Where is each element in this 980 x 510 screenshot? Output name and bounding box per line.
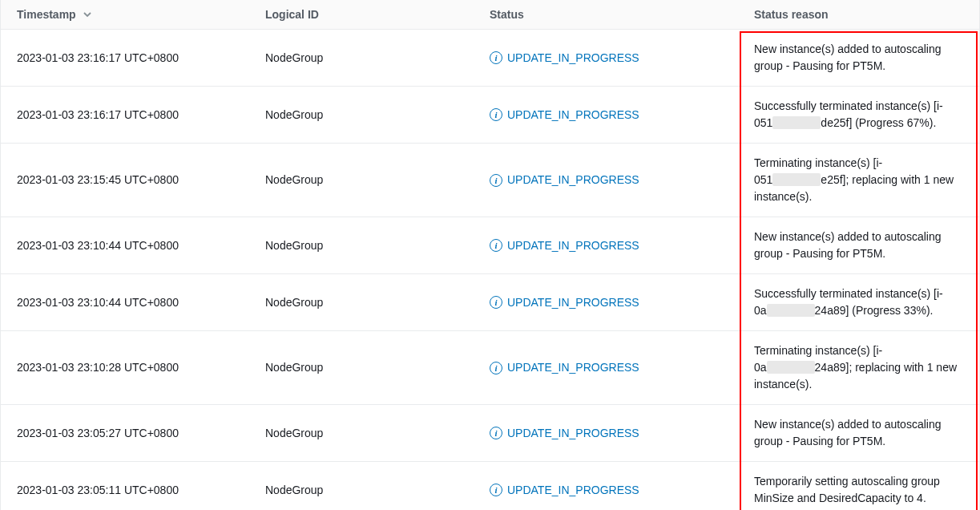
- table-row: 2023-01-03 23:16:17 UTC+0800NodeGroupiUP…: [1, 87, 979, 144]
- status-link[interactable]: iUPDATE_IN_PROGRESS: [490, 237, 639, 254]
- info-icon: i: [490, 239, 502, 252]
- header-status-reason-label: Status reason: [754, 8, 829, 21]
- cell-status-reason: New instance(s) added to autoscaling gro…: [738, 229, 979, 262]
- cell-timestamp: 2023-01-03 23:05:11 UTC+0800: [1, 482, 249, 499]
- events-table: Timestamp Logical ID Status Status reaso…: [0, 0, 980, 510]
- cell-status: iUPDATE_IN_PROGRESS: [474, 293, 738, 311]
- cell-logical-id: NodeGroup: [249, 50, 474, 67]
- header-logical-id-label: Logical ID: [265, 8, 319, 21]
- status-text: UPDATE_IN_PROGRESS: [507, 482, 639, 499]
- status-text: UPDATE_IN_PROGRESS: [507, 425, 639, 442]
- cell-logical-id: NodeGroup: [249, 359, 474, 376]
- info-icon: i: [490, 108, 502, 121]
- cell-status-reason: Successfully terminated instance(s) [i-0…: [738, 98, 979, 132]
- info-icon: i: [490, 174, 502, 187]
- status-text: UPDATE_IN_PROGRESS: [507, 359, 639, 376]
- table-row: 2023-01-03 23:15:45 UTC+0800NodeGroupiUP…: [1, 144, 979, 217]
- cell-status: iUPDATE_IN_PROGRESS: [474, 49, 738, 67]
- table-row: 2023-01-03 23:05:27 UTC+0800NodeGroupiUP…: [1, 405, 979, 462]
- table-body: CSDN @zhaojiew 2023-01-03 23:16:17 UTC+0…: [1, 30, 979, 510]
- status-text: UPDATE_IN_PROGRESS: [507, 294, 639, 311]
- info-icon: i: [490, 362, 502, 374]
- cell-status-reason: New instance(s) added to autoscaling gro…: [738, 41, 979, 75]
- cell-timestamp: 2023-01-03 23:16:17 UTC+0800: [1, 50, 249, 67]
- info-icon: i: [490, 484, 502, 496]
- table-header-row: Timestamp Logical ID Status Status reaso…: [1, 0, 979, 30]
- header-status[interactable]: Status: [474, 8, 738, 21]
- info-icon: i: [490, 296, 502, 309]
- header-timestamp-label: Timestamp: [17, 8, 76, 21]
- status-link[interactable]: iUPDATE_IN_PROGRESS: [490, 294, 639, 311]
- table-row: 2023-01-03 23:05:11 UTC+0800NodeGroupiUP…: [1, 462, 979, 510]
- redacted-text: xxxxxxxx: [767, 361, 815, 374]
- redacted-text: xxxxxxxx: [772, 173, 821, 186]
- cell-status-reason: Temporarily setting autoscaling group Mi…: [738, 473, 979, 507]
- cell-status-reason: Successfully terminated instance(s) [i-0…: [738, 285, 979, 319]
- cell-status: iUPDATE_IN_PROGRESS: [474, 237, 738, 254]
- table-row: 2023-01-03 23:10:44 UTC+0800NodeGroupiUP…: [1, 274, 979, 331]
- cell-logical-id: NodeGroup: [249, 237, 474, 254]
- status-link[interactable]: iUPDATE_IN_PROGRESS: [490, 107, 639, 123]
- cell-timestamp: 2023-01-03 23:10:44 UTC+0800: [1, 237, 249, 254]
- cell-status-reason: New instance(s) added to autoscaling gro…: [738, 416, 979, 450]
- status-link[interactable]: iUPDATE_IN_PROGRESS: [490, 359, 639, 376]
- header-status-label: Status: [490, 8, 524, 21]
- cell-status: iUPDATE_IN_PROGRESS: [474, 106, 738, 123]
- status-text: UPDATE_IN_PROGRESS: [507, 237, 639, 254]
- cell-timestamp: 2023-01-03 23:15:45 UTC+0800: [1, 172, 249, 188]
- cell-logical-id: NodeGroup: [249, 294, 474, 311]
- cell-status-reason: Terminating instance(s) [i-051xxxxxxxxe2…: [738, 155, 979, 205]
- cell-logical-id: NodeGroup: [249, 107, 474, 123]
- cell-timestamp: 2023-01-03 23:16:17 UTC+0800: [1, 107, 249, 123]
- cell-status: iUPDATE_IN_PROGRESS: [474, 172, 738, 189]
- status-text: UPDATE_IN_PROGRESS: [507, 172, 639, 188]
- status-text: UPDATE_IN_PROGRESS: [507, 50, 639, 67]
- sort-descending-icon[interactable]: [83, 10, 92, 19]
- status-link[interactable]: iUPDATE_IN_PROGRESS: [490, 172, 639, 188]
- table-row: 2023-01-03 23:10:44 UTC+0800NodeGroupiUP…: [1, 217, 979, 274]
- info-icon: i: [490, 427, 502, 439]
- cell-timestamp: 2023-01-03 23:10:44 UTC+0800: [1, 294, 249, 311]
- redacted-text: xxxxxxxx: [772, 116, 821, 129]
- status-link[interactable]: iUPDATE_IN_PROGRESS: [490, 482, 639, 499]
- cell-status-reason: Terminating instance(s) [i-0axxxxxxxx24a…: [738, 342, 979, 393]
- status-text: UPDATE_IN_PROGRESS: [507, 107, 639, 123]
- cell-logical-id: NodeGroup: [249, 425, 474, 442]
- redacted-text: xxxxxxxx: [767, 304, 815, 317]
- header-timestamp[interactable]: Timestamp: [1, 8, 249, 21]
- info-icon: i: [490, 51, 502, 64]
- status-link[interactable]: iUPDATE_IN_PROGRESS: [490, 425, 639, 442]
- cell-status: iUPDATE_IN_PROGRESS: [474, 359, 738, 377]
- table-row: 2023-01-03 23:16:17 UTC+0800NodeGroupiUP…: [1, 30, 979, 87]
- cell-status: iUPDATE_IN_PROGRESS: [474, 424, 738, 442]
- cell-logical-id: NodeGroup: [249, 172, 474, 188]
- header-status-reason[interactable]: Status reason: [738, 8, 979, 21]
- cell-status: iUPDATE_IN_PROGRESS: [474, 481, 738, 499]
- cell-timestamp: 2023-01-03 23:05:27 UTC+0800: [1, 425, 249, 442]
- status-link[interactable]: iUPDATE_IN_PROGRESS: [490, 50, 639, 67]
- cell-logical-id: NodeGroup: [249, 482, 474, 499]
- header-logical-id[interactable]: Logical ID: [249, 8, 474, 21]
- table-row: 2023-01-03 23:10:28 UTC+0800NodeGroupiUP…: [1, 331, 979, 405]
- cell-timestamp: 2023-01-03 23:10:28 UTC+0800: [1, 359, 249, 376]
